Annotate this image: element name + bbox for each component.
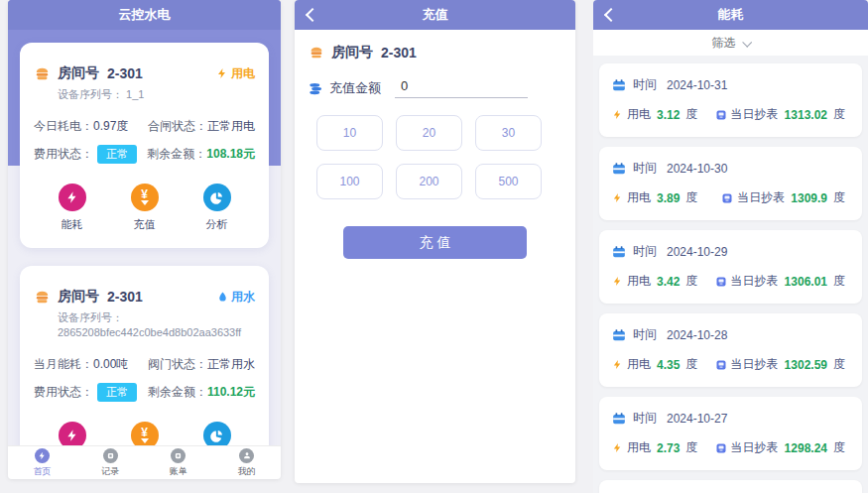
recharge-title: 充值	[423, 6, 448, 24]
pie-chart-icon	[203, 184, 231, 211]
quick-amount-button[interactable]: 100	[316, 164, 383, 199]
usage-label: 用电	[627, 106, 651, 123]
switch-stat: 合闸状态：正常用电	[148, 118, 255, 135]
meter-icon	[715, 276, 727, 288]
usage-unit: 度	[685, 273, 697, 290]
usage-label: 用电	[627, 439, 651, 456]
time-label: 时间	[633, 410, 657, 427]
room-number: 2-301	[107, 65, 143, 81]
coins-icon	[309, 81, 323, 96]
usage-unit: 度	[685, 356, 697, 373]
serial-row: 设备序列号：2865208bfec442c0be4d8b02aa3633ff	[20, 306, 269, 340]
lightning-icon	[612, 192, 623, 203]
filter-dropdown[interactable]: 筛选	[593, 30, 868, 56]
home-screen: 云控水电 房间号 2-301 用电 设备序列号： 1_1 今日耗电：0.97度 …	[8, 0, 281, 479]
tab-mine[interactable]: 我的	[212, 446, 281, 479]
quick-amount-button[interactable]: 10	[316, 115, 383, 151]
electric-type-label: 用电	[231, 65, 255, 82]
fee-status: 费用状态：正常	[34, 383, 137, 402]
home-lightning-icon	[35, 448, 50, 463]
meter-unit: 度	[833, 273, 845, 290]
entry-date: 2024-10-29	[667, 245, 727, 259]
energy-entry-card: 时间 2024-10-31 用电 3.12 度 当日抄表 1313.02 度	[599, 63, 862, 137]
meter-value: 1306.01	[785, 275, 827, 289]
balance: 剩余金额：108.18元	[147, 146, 255, 163]
entry-date: 2024-10-28	[667, 328, 727, 342]
energy-list: 时间 2024-10-31 用电 3.12 度 当日抄表 1313.02 度	[593, 56, 868, 493]
electric-type-tag: 用电	[216, 65, 255, 82]
energy-entry-card: 时间 2024-10-27 用电 2.73 度 当日抄表 1298.24 度	[599, 397, 862, 470]
usage-stat: 当月能耗：0.00吨	[34, 356, 128, 373]
meter-icon	[721, 192, 733, 204]
electric-room-card: 房间号 2-301 用电 设备序列号： 1_1 今日耗电：0.97度 合闸状态：…	[20, 43, 269, 248]
usage-value: 2.73	[657, 441, 680, 455]
amount-input[interactable]	[395, 78, 528, 98]
recharge-submit-button[interactable]: 充 值	[343, 226, 527, 259]
action-energy[interactable]: 能耗	[59, 184, 86, 232]
room-number: 2-301	[107, 289, 143, 305]
time-label: 时间	[633, 160, 657, 177]
energy-screen: 能耗 筛选 时间 2024-10-31 用电 3.12 度	[593, 0, 868, 493]
quick-amount-button[interactable]: 30	[475, 115, 542, 151]
tab-home[interactable]: 首页	[8, 446, 76, 479]
usage-value: 3.89	[657, 191, 680, 205]
filter-label: 筛选	[712, 35, 736, 52]
usage-unit: 度	[685, 439, 697, 456]
tab-bills[interactable]: 账单	[145, 446, 213, 479]
water-type-label: 用水	[231, 289, 255, 306]
person-icon	[239, 448, 254, 463]
calendar-icon	[612, 78, 626, 92]
time-label: 时间	[633, 76, 657, 93]
meter-label: 当日抄表	[731, 439, 779, 456]
action-recharge[interactable]: ¥ 充值	[131, 184, 159, 232]
quick-amount-button[interactable]: 500	[475, 164, 542, 199]
meter-value: 1298.24	[785, 441, 827, 455]
room-icon	[34, 65, 51, 82]
time-label: 时间	[633, 243, 657, 260]
calendar-icon	[612, 162, 626, 176]
bills-doc-icon	[171, 448, 186, 463]
meter-unit: 度	[833, 106, 845, 123]
meter-label: 当日抄表	[737, 189, 785, 206]
energy-title: 能耗	[718, 6, 744, 24]
meter-unit: 度	[833, 356, 845, 373]
energy-entry-card: 时间 2024-10-30 用电 3.89 度 当日抄表 1309.9 度	[599, 147, 862, 220]
usage-label: 用电	[627, 189, 651, 206]
fee-status: 费用状态：正常	[34, 145, 137, 164]
tab-bar: 首页 记录 账单 我的	[8, 445, 281, 479]
balance: 剩余金额：110.12元	[148, 384, 255, 401]
quick-amount-button[interactable]: 200	[396, 164, 462, 199]
calendar-icon	[612, 328, 626, 342]
valve-stat: 阀门状态：正常用水	[148, 356, 255, 373]
water-drop-icon	[217, 291, 228, 303]
entry-date: 2024-10-30	[667, 162, 727, 176]
entry-date: 2024-10-27	[667, 412, 727, 426]
meter-value: 1309.9	[791, 191, 827, 205]
lightning-icon	[612, 276, 623, 287]
meter-label: 当日抄表	[731, 356, 779, 373]
room-icon	[34, 289, 51, 306]
meter-label: 当日抄表	[731, 273, 779, 290]
yen-download-icon: ¥	[131, 184, 159, 211]
quick-amount-button[interactable]: 20	[396, 115, 462, 151]
amount-label: 充值金额	[329, 79, 381, 97]
meter-unit: 度	[833, 189, 845, 206]
lightning-icon	[216, 67, 228, 79]
meter-icon	[715, 359, 727, 371]
room-number: 2-301	[381, 45, 417, 61]
room-label: 房间号	[58, 64, 99, 82]
meter-icon	[715, 442, 727, 454]
back-icon[interactable]	[308, 9, 319, 21]
meter-label: 当日抄表	[731, 106, 779, 123]
usage-value: 4.35	[657, 358, 680, 372]
status-badge: 正常	[97, 145, 137, 164]
action-analyze[interactable]: 分析	[203, 184, 231, 232]
entry-date: 2024-10-31	[667, 78, 727, 92]
room-label: 房间号	[331, 44, 373, 62]
calendar-icon	[612, 245, 626, 259]
status-badge: 正常	[97, 383, 137, 402]
back-icon[interactable]	[606, 9, 618, 21]
tab-records[interactable]: 记录	[76, 446, 145, 479]
time-label: 时间	[633, 326, 657, 343]
usage-unit: 度	[685, 189, 697, 206]
